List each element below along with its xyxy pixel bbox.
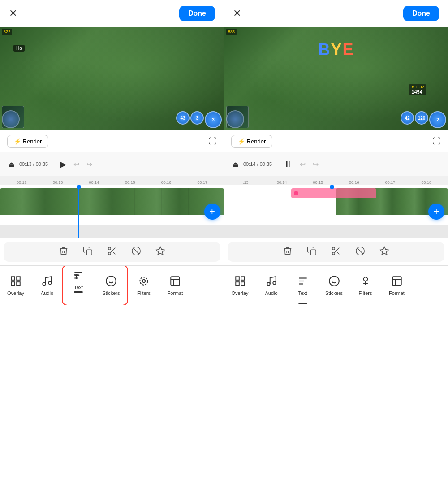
nav-panel-right: Overlay Audio Text xyxy=(224,266,448,305)
skill-r-ultimate: 2 xyxy=(429,111,446,128)
nav-item-text-left[interactable]: T Text xyxy=(63,266,94,294)
nav-item-stickers-right[interactable]: Stickers xyxy=(319,266,350,305)
track-content-right: + xyxy=(224,185,448,238)
nav-item-filters-left[interactable]: Filters xyxy=(128,266,159,305)
nav-item-format-right[interactable]: Format xyxy=(381,266,413,305)
playhead-left xyxy=(78,185,79,238)
nav-label-audio-left: Audio xyxy=(41,290,53,296)
edit-toolbar xyxy=(0,238,448,265)
stickers-icon xyxy=(105,275,117,289)
done-button-right[interactable]: Done xyxy=(403,6,439,21)
ruler-mark: 00:14 xyxy=(264,180,300,185)
edit-panel-left xyxy=(4,242,220,262)
gold-left: 822 xyxy=(2,29,12,35)
timeline-controls: ⏏ 00:13 / 00:35 ▶ ↩ ↪ ⏏ 00:14 / 00:35 ⏸ … xyxy=(0,152,448,176)
track-content-left: + xyxy=(0,185,224,238)
delete-button-right[interactable] xyxy=(280,243,295,261)
time-display-right: 00:14 / 00:35 xyxy=(243,161,279,167)
close-button-left[interactable]: ✕ xyxy=(9,9,17,18)
nav-item-text-right[interactable]: Text xyxy=(287,266,319,305)
nav-item-filters-right[interactable]: Filters xyxy=(350,266,381,305)
text-overlay-dot xyxy=(294,191,298,195)
cut-button-right[interactable] xyxy=(328,243,344,261)
svg-rect-47 xyxy=(392,277,401,286)
svg-rect-18 xyxy=(17,282,20,286)
nav-item-overlay-right[interactable]: Overlay xyxy=(224,266,256,305)
svg-point-20 xyxy=(43,282,46,286)
adjust-button-left[interactable] xyxy=(153,243,168,261)
eject-button-left[interactable]: ⏏ xyxy=(5,157,17,171)
expand-button-left[interactable]: ⛶ xyxy=(209,137,217,146)
filters-icon xyxy=(138,275,150,289)
nav-label-filters-right: Filters xyxy=(359,290,372,296)
nav-item-overlay-left[interactable]: Overlay xyxy=(0,266,31,305)
copy-button-right[interactable] xyxy=(304,243,319,261)
render-button-right[interactable]: ⚡ Render xyxy=(231,135,272,148)
skill-1: 43 xyxy=(176,111,190,125)
svg-rect-19 xyxy=(11,282,15,286)
svg-point-46 xyxy=(363,277,367,281)
nav-label-stickers-right: Stickers xyxy=(325,290,343,296)
svg-rect-31 xyxy=(171,277,180,286)
hud-bottom-right: 42 120 2 xyxy=(226,110,446,128)
skill-2: 3 xyxy=(190,111,204,125)
svg-marker-7 xyxy=(156,247,164,254)
eject-button-right[interactable]: ⏏ xyxy=(229,157,241,171)
ruler-mark: :13 xyxy=(228,180,264,185)
ruler-mark: 00:14 xyxy=(76,180,112,185)
nav-label-filters-left: Filters xyxy=(137,290,151,296)
ruler-mark: 00:16 xyxy=(336,180,372,185)
nav-item-stickers-left[interactable]: Stickers xyxy=(94,266,128,305)
ruler-mark: 00:17 xyxy=(372,180,409,185)
redo-button-right[interactable]: ↪ xyxy=(310,157,321,171)
pause-button-right[interactable]: ⏸ xyxy=(281,156,295,172)
nav-item-audio-right[interactable]: Audio xyxy=(256,266,287,305)
nav-item-audio-left[interactable]: Audio xyxy=(31,266,63,305)
timeline-ruler: 00:12 00:13 00:14 00:15 00:16 00:17 :13 … xyxy=(0,176,448,185)
done-button-left[interactable]: Done xyxy=(179,6,215,21)
disable-button-right[interactable] xyxy=(353,243,368,261)
nav-label-text-left: Text xyxy=(74,285,83,290)
cut-button-left[interactable] xyxy=(104,243,120,261)
delete-button-left[interactable] xyxy=(56,243,71,261)
svg-rect-37 xyxy=(236,282,239,286)
undo-button-left[interactable]: ↩ xyxy=(71,157,82,171)
expand-button-right[interactable]: ⛶ xyxy=(433,137,441,146)
ruler-mark: 00:12 xyxy=(4,180,40,185)
text-overlay-bar[interactable] xyxy=(291,188,376,198)
video-preview-left: 822 Ha 43 3 3 xyxy=(0,27,224,130)
disable-button-left[interactable] xyxy=(129,243,144,261)
video-strip-left[interactable] xyxy=(0,188,224,215)
video-preview: 822 Ha 43 3 3 BYE 885 42 xyxy=(0,27,448,130)
text-underline xyxy=(74,291,83,293)
undo-button-right[interactable]: ↩ xyxy=(297,157,308,171)
close-button-right[interactable]: ✕ xyxy=(233,9,241,18)
skill-ultimate: 3 xyxy=(205,111,222,128)
play-button-left[interactable]: ▶ xyxy=(57,156,69,172)
svg-line-12 xyxy=(337,252,339,254)
skill-r1: 42 xyxy=(401,111,414,125)
bottom-nav: Overlay Audio T xyxy=(0,265,448,305)
time-display-left: 00:13 / 00:35 xyxy=(19,161,55,167)
render-button-left[interactable]: ⚡ Render xyxy=(7,135,48,148)
ruler-right: :13 00:14 00:15 00:16 00:17 00:18 xyxy=(224,176,448,185)
copy-button-left[interactable] xyxy=(80,243,95,261)
adjust-button-right[interactable] xyxy=(377,243,392,261)
skill-bar-left: 43 3 3 xyxy=(176,111,222,128)
nav-item-format-left[interactable]: Format xyxy=(159,266,191,305)
control-panel-right: ⚡ Render ⛶ xyxy=(224,130,448,152)
audio-icon xyxy=(41,275,53,289)
redo-button-left[interactable]: ↪ xyxy=(84,157,95,171)
format-icon-left xyxy=(169,275,181,289)
text-icon-right xyxy=(297,275,309,289)
ruler-left: 00:12 00:13 00:14 00:15 00:16 00:17 xyxy=(0,176,224,185)
svg-rect-35 xyxy=(241,277,245,280)
add-button-right[interactable]: + xyxy=(428,204,444,220)
svg-point-21 xyxy=(48,281,52,285)
add-button-left[interactable]: + xyxy=(204,204,220,220)
svg-point-43 xyxy=(329,276,339,286)
svg-line-11 xyxy=(334,247,339,252)
svg-rect-17 xyxy=(17,277,20,280)
ruler-mark: 00:18 xyxy=(408,180,444,185)
svg-text:T: T xyxy=(74,272,79,281)
